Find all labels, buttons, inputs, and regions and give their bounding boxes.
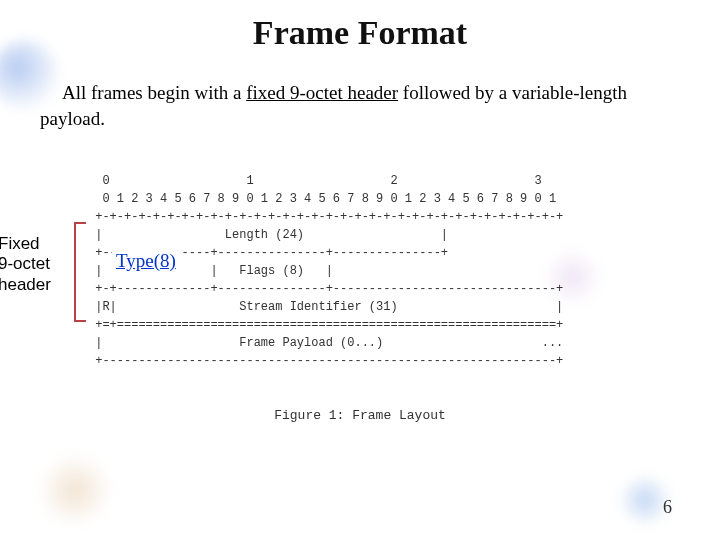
ascii-ruler-bits: 0 1 2 3 4 5 6 7 8 9 0 1 2 3 4 5 6 7 8 9 … <box>88 192 556 206</box>
ascii-stream-row: |R| Stream Identifier (31) | <box>88 300 563 314</box>
intro-paragraph: All frames begin with a fixed 9-octet he… <box>40 80 680 131</box>
ascii-payload-row: | Frame Payload (0...) ... <box>88 336 563 350</box>
figure-caption: Figure 1: Frame Layout <box>0 408 720 423</box>
red-bracket <box>74 222 86 322</box>
intro-text-prefix: All frames begin with a <box>62 82 246 103</box>
intro-text-underlined: fixed 9-octet header <box>246 82 398 103</box>
type-field-link[interactable]: Type(8) <box>112 250 180 272</box>
fixed-label-line-1: Fixed <box>0 234 78 254</box>
ascii-top-sep: +-+-+-+-+-+-+-+-+-+-+-+-+-+-+-+-+-+-+-+-… <box>88 210 563 224</box>
ascii-ruler-columns: 0 1 2 3 <box>88 174 542 188</box>
decorative-blob-bottom-left <box>40 455 110 525</box>
ascii-length-row: | Length (24) | <box>88 228 448 242</box>
ascii-frame-layout: 0 1 2 3 0 1 2 3 4 5 6 7 8 9 0 1 2 3 4 5 … <box>88 172 702 370</box>
fixed-label-line-2: 9-octet <box>0 254 78 274</box>
slide-title: Frame Format <box>0 14 720 52</box>
fixed-header-side-label: Fixed 9-octet header <box>0 234 78 295</box>
fixed-label-line-3: header <box>0 275 78 295</box>
page-number: 6 <box>663 497 672 518</box>
ascii-sep-3: +=+=====================================… <box>88 318 563 332</box>
ascii-sep-2: +-+-------------+---------------+-------… <box>88 282 563 296</box>
ascii-bottom-sep: +---------------------------------------… <box>88 354 563 368</box>
